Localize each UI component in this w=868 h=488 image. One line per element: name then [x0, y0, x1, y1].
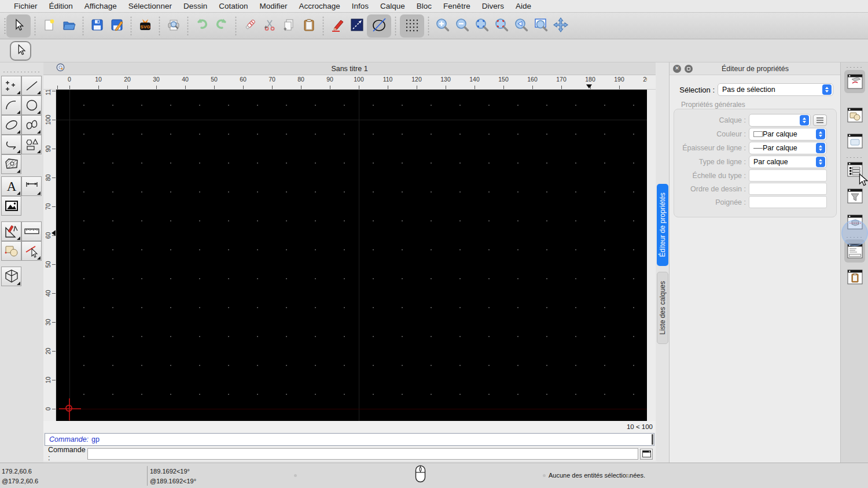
- app-document-icon: [56, 63, 65, 74]
- stepper-icon: [816, 129, 825, 139]
- solid-3d-tool-button[interactable]: [1, 267, 21, 286]
- history-prompt: Commande:: [49, 435, 89, 443]
- layer-menu-button[interactable]: [813, 114, 827, 126]
- modify-tool-button[interactable]: [1, 241, 21, 261]
- clipboard-panel-button[interactable]: [847, 269, 863, 284]
- status-bar: 179.2,60.6 @179.2,60.6 189.1692<19° @189…: [0, 463, 868, 488]
- paste-button[interactable]: [299, 16, 319, 36]
- menu-item[interactable]: Bloc: [411, 0, 437, 13]
- shape-tool-button[interactable]: [21, 135, 42, 154]
- menu-item[interactable]: Cotation: [213, 0, 253, 13]
- zoom-previous-button[interactable]: [512, 16, 531, 36]
- zoom-selection-button[interactable]: [492, 16, 512, 36]
- ruler-label: 20: [43, 337, 53, 365]
- print-preview-button[interactable]: [164, 16, 183, 36]
- panel-header: ✕ Éditeur de propriétés: [670, 62, 841, 75]
- mouse-cursor-icon: [859, 173, 868, 189]
- command-window-toggle-button[interactable]: [640, 449, 653, 460]
- modify-panel-button[interactable]: [847, 108, 863, 123]
- menu-item[interactable]: Aide: [510, 0, 537, 13]
- save-button[interactable]: [87, 16, 107, 36]
- stepper-icon: [822, 84, 832, 95]
- draw-panel-button[interactable]: [847, 74, 863, 89]
- menu-item[interactable]: Fenêtre: [437, 0, 476, 13]
- zoom-out-button[interactable]: [453, 16, 472, 36]
- linetype-scale-label: Échelle du type :: [674, 172, 749, 180]
- layer-dropdown[interactable]: [749, 114, 811, 127]
- svg-export-button[interactable]: SVG: [135, 16, 155, 36]
- menu-item[interactable]: Fichier: [8, 0, 43, 13]
- draw-order-input[interactable]: [749, 183, 827, 195]
- close-panel-button[interactable]: ✕: [673, 65, 681, 73]
- dimension-tool-button[interactable]: [21, 176, 42, 196]
- lineweight-label: Épaisseur de ligne :: [674, 144, 749, 152]
- distance-measure-button[interactable]: [347, 16, 367, 36]
- draw-tools-button[interactable]: [1, 221, 21, 241]
- application-window: FichierÉditionAffichageSélectionnerDessi…: [0, 0, 868, 488]
- line-tool-button[interactable]: [21, 76, 42, 95]
- grid-toggle-button[interactable]: [400, 14, 424, 38]
- undo-button[interactable]: [192, 16, 212, 36]
- selection-dropdown[interactable]: Pas de sélection: [718, 83, 833, 96]
- zoom-in-button[interactable]: [433, 16, 453, 36]
- menu-item[interactable]: Sélectionner: [123, 0, 178, 13]
- zoom-auto-button[interactable]: [472, 16, 492, 36]
- menu-item[interactable]: Calque: [374, 0, 411, 13]
- redo-button[interactable]: [212, 16, 231, 36]
- selection-filter-panel-button[interactable]: [847, 188, 863, 204]
- modify-icon: [3, 243, 20, 259]
- menu-item[interactable]: Édition: [43, 0, 79, 13]
- copy-button[interactable]: [279, 16, 299, 36]
- ellipse-tool-button[interactable]: [1, 115, 21, 135]
- menu-item[interactable]: Divers: [476, 0, 510, 13]
- ruler-label: 10: [84, 76, 113, 83]
- menu-item[interactable]: Accrochage: [293, 0, 345, 13]
- document-titlebar[interactable]: Sans titre 1: [43, 62, 656, 75]
- linetype-dropdown[interactable]: Par calque: [749, 156, 827, 168]
- trim-tool-button[interactable]: [21, 241, 42, 261]
- draft-mode-button[interactable]: [367, 14, 391, 38]
- zoom-window-button[interactable]: [531, 16, 551, 36]
- point-tool-button[interactable]: [1, 76, 21, 95]
- status-divider: [147, 466, 148, 486]
- tab-layer-list[interactable]: Liste des calques: [657, 272, 668, 344]
- command-history[interactable]: Commande: gp: [45, 433, 654, 446]
- menu-item[interactable]: Modifier: [253, 0, 293, 13]
- save-as-icon: [110, 18, 124, 34]
- pointer-tool-button[interactable]: [10, 41, 31, 61]
- view-panel-icon: [847, 134, 863, 149]
- handle-input[interactable]: [749, 196, 827, 208]
- freehand-pencil-button[interactable]: [328, 16, 347, 36]
- pan-button[interactable]: [551, 16, 571, 36]
- image-tool-button[interactable]: [1, 196, 21, 216]
- selection-arrow-button[interactable]: [6, 14, 31, 38]
- spline-tool-button[interactable]: [21, 115, 42, 135]
- hatch-tool-button[interactable]: [1, 154, 21, 174]
- view-panel-button[interactable]: [847, 134, 863, 149]
- polyline-tool-button[interactable]: [1, 135, 21, 154]
- color-swatch-icon: [753, 131, 763, 137]
- command-input[interactable]: [87, 448, 638, 460]
- float-panel-button[interactable]: [685, 65, 693, 73]
- arc-tool-button[interactable]: [1, 95, 21, 115]
- new-document-button[interactable]: [39, 16, 59, 36]
- open-file-button[interactable]: [59, 16, 79, 36]
- ruler-tool-button[interactable]: [21, 221, 42, 241]
- circle-tool-button[interactable]: [21, 95, 42, 115]
- eraser-button[interactable]: [240, 16, 260, 36]
- secondary-toolbar: [0, 39, 868, 62]
- cut-button[interactable]: [260, 16, 279, 36]
- lineweight-dropdown[interactable]: Par calque: [749, 142, 827, 154]
- menu-item[interactable]: Dessin: [178, 0, 213, 13]
- flyout-indicator: [17, 282, 20, 285]
- save-as-button[interactable]: [107, 16, 127, 36]
- linetype-scale-input[interactable]: [749, 169, 827, 182]
- history-scrollbar[interactable]: [652, 434, 653, 445]
- text-tool-button[interactable]: A: [1, 176, 21, 196]
- menu-item[interactable]: Infos: [346, 0, 374, 13]
- drawing-canvas[interactable]: [56, 90, 647, 421]
- tab-property-editor[interactable]: Éditeur de propriétés: [657, 184, 668, 266]
- ruler-label: 180: [576, 76, 605, 83]
- menu-item[interactable]: Affichage: [79, 0, 123, 13]
- color-dropdown[interactable]: Par calque: [749, 128, 827, 141]
